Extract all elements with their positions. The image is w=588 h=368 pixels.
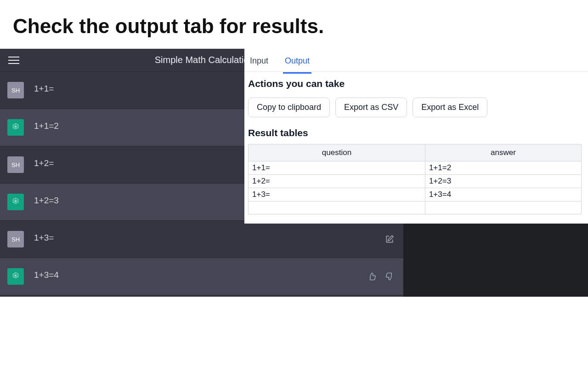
message-actions xyxy=(385,235,394,244)
cell-empty xyxy=(425,201,581,214)
message-text: 1+1=2 xyxy=(34,119,59,131)
result-table-wrap: question answer 1+1= 1+1=2 1+2= 1+2=3 1+… xyxy=(244,140,588,218)
user-avatar: SH xyxy=(7,156,24,173)
dark-block xyxy=(403,224,588,297)
table-row: 1+2= 1+2=3 xyxy=(249,175,582,188)
page-title: Check the output tab for results. xyxy=(0,0,588,49)
export-csv-button[interactable]: Export as CSV xyxy=(335,98,407,117)
assistant-avatar xyxy=(7,268,24,285)
output-panel: Input Output Actions you can take Copy t… xyxy=(244,49,588,224)
cell-question: 1+2= xyxy=(249,175,425,188)
actions-heading: Actions you can take xyxy=(244,72,588,91)
cell-question: 1+3= xyxy=(249,188,425,201)
cell-answer: 1+1=2 xyxy=(425,161,581,175)
column-header-question: question xyxy=(249,144,425,161)
cell-question: 1+1= xyxy=(249,161,425,175)
user-avatar: SH xyxy=(7,82,24,98)
openai-logo-icon xyxy=(10,122,21,133)
result-table: question answer 1+1= 1+1=2 1+2= 1+2=3 1+… xyxy=(248,144,582,214)
tab-output[interactable]: Output xyxy=(283,53,311,74)
cell-answer: 1+3=4 xyxy=(425,188,581,201)
message-actions xyxy=(368,272,394,281)
menu-icon[interactable] xyxy=(5,51,23,69)
actions-row: Copy to clipboard Export as CSV Export a… xyxy=(244,91,588,121)
table-row: 1+1= 1+1=2 xyxy=(249,161,582,175)
message-text: 1+2=3 xyxy=(34,194,59,206)
chat-message-assistant: 1+3=4 xyxy=(0,258,403,295)
user-avatar: SH xyxy=(7,231,24,247)
cell-empty xyxy=(249,201,425,214)
message-text: 1+2= xyxy=(34,156,54,168)
edit-icon[interactable] xyxy=(385,235,394,244)
assistant-avatar xyxy=(7,119,24,136)
tab-input[interactable]: Input xyxy=(248,53,270,72)
openai-logo-icon xyxy=(10,271,21,282)
thumbs-down-icon[interactable] xyxy=(385,272,394,281)
results-heading: Result tables xyxy=(244,121,588,140)
message-text: 1+3= xyxy=(34,231,54,243)
stage: Simple Math Calculatio SH 1+1= 1+1=2 SH … xyxy=(0,49,588,297)
copy-to-clipboard-button[interactable]: Copy to clipboard xyxy=(248,98,330,117)
cell-answer: 1+2=3 xyxy=(425,175,581,188)
table-header-row: question answer xyxy=(249,144,582,161)
assistant-avatar xyxy=(7,194,24,210)
thumbs-up-icon[interactable] xyxy=(368,272,377,281)
chat-title: Simple Math Calculatio xyxy=(155,55,249,65)
openai-logo-icon xyxy=(10,196,21,207)
table-row: 1+3= 1+3=4 xyxy=(249,188,582,201)
export-excel-button[interactable]: Export as Excel xyxy=(413,98,487,117)
message-text: 1+1= xyxy=(34,82,54,94)
chat-message-user: SH 1+3= xyxy=(0,221,403,258)
tabs: Input Output xyxy=(244,49,588,72)
table-row xyxy=(249,201,582,214)
column-header-answer: answer xyxy=(425,144,581,161)
message-text: 1+3=4 xyxy=(34,268,59,280)
